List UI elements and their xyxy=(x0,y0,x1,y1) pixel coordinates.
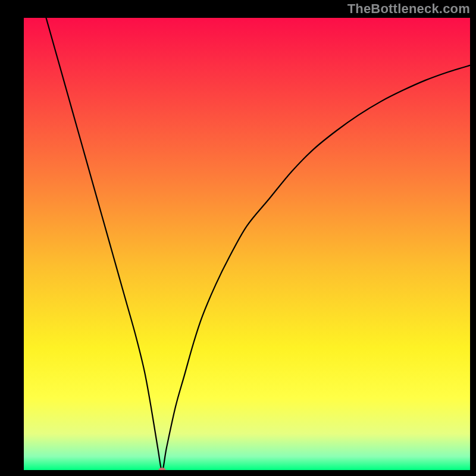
plot-area xyxy=(24,18,470,470)
watermark-text: TheBottleneck.com xyxy=(347,1,470,17)
chart-background xyxy=(24,18,470,470)
chart-frame: TheBottleneck.com xyxy=(0,0,476,476)
chart-svg xyxy=(24,18,470,470)
